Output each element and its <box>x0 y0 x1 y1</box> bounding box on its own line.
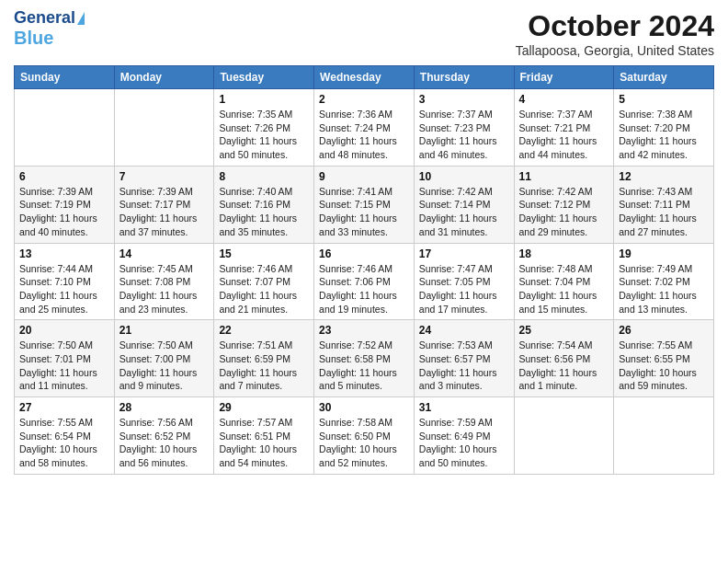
calendar-cell: 21Sunrise: 7:50 AM Sunset: 7:00 PM Dayli… <box>114 320 214 397</box>
day-info: Sunrise: 7:45 AM Sunset: 7:08 PM Dayligh… <box>119 262 210 316</box>
day-info: Sunrise: 7:53 AM Sunset: 6:57 PM Dayligh… <box>419 339 509 393</box>
day-info: Sunrise: 7:51 AM Sunset: 6:59 PM Dayligh… <box>219 339 309 393</box>
day-header-tuesday: Tuesday <box>214 66 314 89</box>
day-info: Sunrise: 7:46 AM Sunset: 7:06 PM Dayligh… <box>319 262 409 316</box>
day-number: 23 <box>319 324 409 337</box>
day-info: Sunrise: 7:39 AM Sunset: 7:19 PM Dayligh… <box>19 185 109 239</box>
day-number: 25 <box>519 324 609 337</box>
day-number: 8 <box>219 170 309 183</box>
day-header-wednesday: Wednesday <box>314 66 415 89</box>
day-number: 14 <box>119 247 210 260</box>
calendar-cell: 19Sunrise: 7:49 AM Sunset: 7:02 PM Dayli… <box>614 243 714 320</box>
calendar-cell: 24Sunrise: 7:53 AM Sunset: 6:57 PM Dayli… <box>414 320 514 397</box>
calendar-cell: 6Sunrise: 7:39 AM Sunset: 7:19 PM Daylig… <box>15 166 115 243</box>
day-number: 26 <box>619 324 709 337</box>
day-info: Sunrise: 7:36 AM Sunset: 7:24 PM Dayligh… <box>319 108 409 162</box>
day-info: Sunrise: 7:39 AM Sunset: 7:17 PM Dayligh… <box>119 185 210 239</box>
day-header-thursday: Thursday <box>414 66 514 89</box>
calendar-cell: 26Sunrise: 7:55 AM Sunset: 6:55 PM Dayli… <box>614 320 714 397</box>
calendar-cell: 29Sunrise: 7:57 AM Sunset: 6:51 PM Dayli… <box>214 397 314 475</box>
day-info: Sunrise: 7:58 AM Sunset: 6:50 PM Dayligh… <box>319 416 409 470</box>
calendar-cell <box>514 397 614 475</box>
calendar-cell: 30Sunrise: 7:58 AM Sunset: 6:50 PM Dayli… <box>314 397 415 475</box>
day-number: 19 <box>619 247 709 260</box>
calendar-cell: 25Sunrise: 7:54 AM Sunset: 6:56 PM Dayli… <box>514 320 614 397</box>
day-info: Sunrise: 7:49 AM Sunset: 7:02 PM Dayligh… <box>619 262 709 316</box>
week-row-5: 27Sunrise: 7:55 AM Sunset: 6:54 PM Dayli… <box>15 397 714 475</box>
week-row-4: 20Sunrise: 7:50 AM Sunset: 7:01 PM Dayli… <box>15 320 714 397</box>
day-number: 11 <box>519 170 609 183</box>
day-number: 15 <box>219 247 309 260</box>
day-info: Sunrise: 7:59 AM Sunset: 6:49 PM Dayligh… <box>419 416 509 470</box>
calendar-cell: 17Sunrise: 7:47 AM Sunset: 7:05 PM Dayli… <box>414 243 514 320</box>
day-info: Sunrise: 7:55 AM Sunset: 6:55 PM Dayligh… <box>619 339 709 393</box>
calendar-cell: 12Sunrise: 7:43 AM Sunset: 7:11 PM Dayli… <box>614 166 714 243</box>
calendar-cell: 14Sunrise: 7:45 AM Sunset: 7:08 PM Dayli… <box>114 243 214 320</box>
day-info: Sunrise: 7:55 AM Sunset: 6:54 PM Dayligh… <box>19 416 109 470</box>
logo: General Blue <box>14 9 85 48</box>
day-info: Sunrise: 7:50 AM Sunset: 7:01 PM Dayligh… <box>19 339 109 393</box>
day-number: 6 <box>19 170 109 183</box>
calendar: SundayMondayTuesdayWednesdayThursdayFrid… <box>14 65 714 475</box>
day-info: Sunrise: 7:44 AM Sunset: 7:10 PM Dayligh… <box>19 262 109 316</box>
calendar-cell: 2Sunrise: 7:36 AM Sunset: 7:24 PM Daylig… <box>314 89 415 167</box>
calendar-cell: 13Sunrise: 7:44 AM Sunset: 7:10 PM Dayli… <box>15 243 115 320</box>
calendar-cell: 4Sunrise: 7:37 AM Sunset: 7:21 PM Daylig… <box>514 89 614 167</box>
day-info: Sunrise: 7:43 AM Sunset: 7:11 PM Dayligh… <box>619 185 709 239</box>
calendar-cell: 22Sunrise: 7:51 AM Sunset: 6:59 PM Dayli… <box>214 320 314 397</box>
day-number: 24 <box>419 324 509 337</box>
logo-triangle-icon <box>77 12 85 25</box>
calendar-cell: 10Sunrise: 7:42 AM Sunset: 7:14 PM Dayli… <box>414 166 514 243</box>
day-info: Sunrise: 7:50 AM Sunset: 7:00 PM Dayligh… <box>119 339 210 393</box>
day-info: Sunrise: 7:52 AM Sunset: 6:58 PM Dayligh… <box>319 339 409 393</box>
day-number: 17 <box>419 247 509 260</box>
calendar-cell: 8Sunrise: 7:40 AM Sunset: 7:16 PM Daylig… <box>214 166 314 243</box>
calendar-cell: 15Sunrise: 7:46 AM Sunset: 7:07 PM Dayli… <box>214 243 314 320</box>
day-info: Sunrise: 7:54 AM Sunset: 6:56 PM Dayligh… <box>519 339 609 393</box>
day-info: Sunrise: 7:35 AM Sunset: 7:26 PM Dayligh… <box>219 108 309 162</box>
week-row-1: 1Sunrise: 7:35 AM Sunset: 7:26 PM Daylig… <box>15 89 714 167</box>
month-title: October 2024 <box>516 9 714 43</box>
calendar-cell: 28Sunrise: 7:56 AM Sunset: 6:52 PM Dayli… <box>114 397 214 475</box>
calendar-cell: 18Sunrise: 7:48 AM Sunset: 7:04 PM Dayli… <box>514 243 614 320</box>
day-number: 7 <box>119 170 210 183</box>
day-number: 27 <box>19 401 109 414</box>
calendar-cell: 20Sunrise: 7:50 AM Sunset: 7:01 PM Dayli… <box>15 320 115 397</box>
calendar-cell: 27Sunrise: 7:55 AM Sunset: 6:54 PM Dayli… <box>15 397 115 475</box>
day-number: 10 <box>419 170 509 183</box>
day-header-sunday: Sunday <box>15 66 115 89</box>
calendar-cell: 3Sunrise: 7:37 AM Sunset: 7:23 PM Daylig… <box>414 89 514 167</box>
day-info: Sunrise: 7:37 AM Sunset: 7:23 PM Dayligh… <box>419 108 509 162</box>
day-info: Sunrise: 7:42 AM Sunset: 7:12 PM Dayligh… <box>519 185 609 239</box>
day-number: 16 <box>319 247 409 260</box>
day-number: 30 <box>319 401 409 414</box>
day-number: 9 <box>319 170 409 183</box>
day-number: 28 <box>119 401 210 414</box>
day-number: 3 <box>419 93 509 106</box>
calendar-cell: 1Sunrise: 7:35 AM Sunset: 7:26 PM Daylig… <box>214 89 314 167</box>
day-info: Sunrise: 7:46 AM Sunset: 7:07 PM Dayligh… <box>219 262 309 316</box>
day-header-saturday: Saturday <box>614 66 714 89</box>
day-number: 21 <box>119 324 210 337</box>
title-block: October 2024 Tallapoosa, Georgia, United… <box>516 9 714 58</box>
location: Tallapoosa, Georgia, United States <box>516 43 714 58</box>
calendar-cell: 16Sunrise: 7:46 AM Sunset: 7:06 PM Dayli… <box>314 243 415 320</box>
calendar-cell: 5Sunrise: 7:38 AM Sunset: 7:20 PM Daylig… <box>614 89 714 167</box>
day-number: 5 <box>619 93 709 106</box>
day-number: 18 <box>519 247 609 260</box>
calendar-cell: 9Sunrise: 7:41 AM Sunset: 7:15 PM Daylig… <box>314 166 415 243</box>
day-header-monday: Monday <box>114 66 214 89</box>
day-number: 20 <box>19 324 109 337</box>
day-number: 31 <box>419 401 509 414</box>
day-number: 1 <box>219 93 309 106</box>
calendar-cell <box>114 89 214 167</box>
day-number: 2 <box>319 93 409 106</box>
day-number: 29 <box>219 401 309 414</box>
day-info: Sunrise: 7:57 AM Sunset: 6:51 PM Dayligh… <box>219 416 309 470</box>
week-row-3: 13Sunrise: 7:44 AM Sunset: 7:10 PM Dayli… <box>15 243 714 320</box>
day-header-friday: Friday <box>514 66 614 89</box>
day-info: Sunrise: 7:41 AM Sunset: 7:15 PM Dayligh… <box>319 185 409 239</box>
calendar-cell: 7Sunrise: 7:39 AM Sunset: 7:17 PM Daylig… <box>114 166 214 243</box>
day-info: Sunrise: 7:47 AM Sunset: 7:05 PM Dayligh… <box>419 262 509 316</box>
calendar-cell <box>15 89 115 167</box>
